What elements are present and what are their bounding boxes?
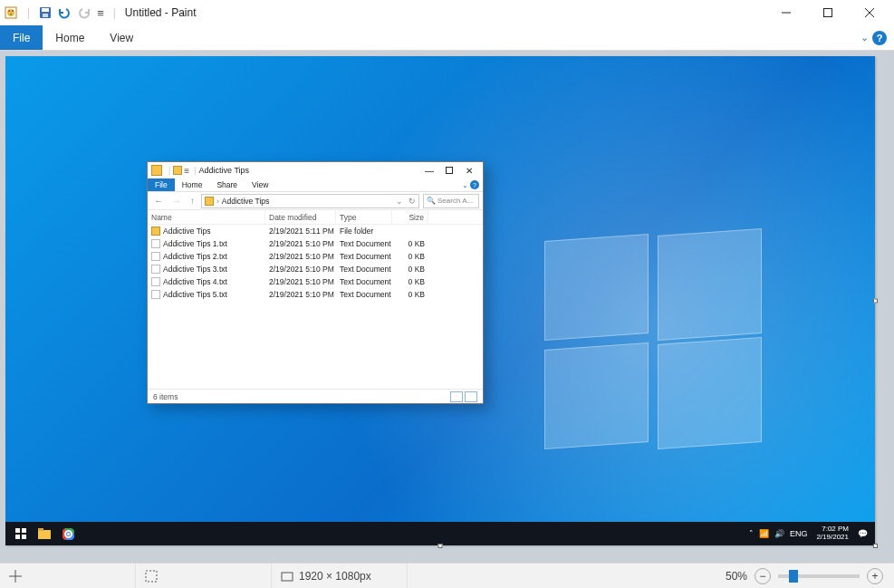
address-field[interactable]: › Addictive Tips ⌄ ↻ [201, 194, 419, 208]
tab-view[interactable]: View [97, 25, 146, 50]
explorer-tab-share[interactable]: Share [209, 178, 245, 191]
file-row[interactable]: Addictive Tips 1.txt2/19/2021 5:10 PMTex… [148, 237, 483, 250]
tray-chevron-icon[interactable]: ˄ [749, 529, 754, 538]
svg-rect-28 [282, 573, 293, 581]
explorer-tab-view[interactable]: View [245, 178, 275, 191]
explorer-maximize-button[interactable] [439, 163, 459, 178]
search-input[interactable]: 🔍 Search A... [423, 194, 479, 208]
breadcrumb[interactable]: Addictive Tips [222, 197, 269, 206]
column-name[interactable]: Name [148, 210, 265, 224]
text-file-icon [151, 239, 160, 248]
svg-rect-15 [15, 535, 20, 539]
canvas-resize-handle[interactable] [438, 544, 443, 548]
column-size[interactable]: Size [392, 210, 428, 224]
folder-icon [151, 227, 160, 236]
explorer-titlebar: | ≡ | Addictive Tips — ✕ [148, 162, 483, 178]
qat-separator: | [27, 6, 30, 19]
text-file-icon [151, 277, 160, 286]
forward-button[interactable]: → [169, 196, 184, 206]
qat-separator: | [113, 6, 116, 19]
explorer-columns: Name Date modified Type Size [148, 210, 483, 225]
folder-icon [151, 165, 162, 176]
explorer-body: Addictive Tips2/19/2021 5:11 PMFile fold… [148, 225, 483, 389]
save-icon[interactable] [39, 6, 52, 19]
svg-rect-7 [43, 14, 48, 17]
svg-rect-12 [447, 168, 453, 174]
explorer-close-button[interactable]: ✕ [459, 163, 479, 178]
svg-point-4 [10, 14, 12, 15]
help-icon[interactable]: ? [872, 31, 887, 45]
file-row[interactable]: Addictive Tips 3.txt2/19/2021 5:10 PMTex… [148, 263, 483, 275]
svg-rect-27 [146, 571, 157, 582]
thumbnails-view-icon[interactable] [465, 391, 477, 402]
canvas-size: 1920 × 1080px [272, 564, 408, 588]
tray-language[interactable]: ENG [790, 529, 808, 538]
redo-icon[interactable] [77, 6, 91, 19]
explorer-window: | ≡ | Addictive Tips — ✕ File [147, 161, 484, 404]
zoom-slider[interactable] [778, 574, 860, 578]
maximize-button[interactable] [807, 0, 849, 25]
tray-network-icon[interactable]: 📶 [759, 529, 769, 538]
details-view-icon[interactable] [450, 391, 463, 402]
search-icon: 🔍 [427, 197, 436, 205]
back-button[interactable]: ← [151, 196, 166, 206]
svg-rect-13 [15, 528, 20, 533]
paint-titlebar: | ≡ | Untitled - Paint [0, 0, 894, 25]
file-row[interactable]: Addictive Tips 2.txt2/19/2021 5:10 PMTex… [148, 250, 483, 263]
svg-rect-6 [42, 8, 49, 12]
file-row[interactable]: Addictive Tips 4.txt2/19/2021 5:10 PMTex… [148, 275, 483, 288]
tray-clock[interactable]: 7:02 PM 2/19/2021 [812, 525, 852, 542]
close-button[interactable] [849, 0, 890, 25]
paint-canvas[interactable]: | ≡ | Addictive Tips — ✕ File [5, 56, 875, 545]
item-count: 6 items [153, 392, 178, 401]
tab-home[interactable]: Home [43, 25, 97, 50]
taskbar-explorer-icon[interactable] [33, 522, 56, 545]
canvas-resize-handle[interactable] [873, 299, 878, 304]
undo-icon[interactable] [57, 6, 72, 19]
tray-notifications-icon[interactable]: 💬 [858, 529, 868, 538]
svg-rect-14 [22, 528, 26, 533]
qat-customize-icon[interactable]: ≡ [97, 6, 104, 20]
column-type[interactable]: Type [336, 210, 392, 224]
explorer-tab-file[interactable]: File [148, 178, 175, 191]
explorer-minimize-button[interactable]: — [419, 163, 439, 178]
paint-app-icon [4, 5, 18, 20]
folder-icon [205, 197, 214, 206]
explorer-address-bar: ← → ↑ › Addictive Tips ⌄ ↻ 🔍 [148, 192, 483, 210]
selection-size [136, 564, 272, 588]
tab-file[interactable]: File [0, 25, 43, 50]
chevron-down-icon[interactable]: ⌄ [462, 181, 468, 189]
file-row[interactable]: Addictive Tips2/19/2021 5:11 PMFile fold… [148, 225, 483, 237]
zoom-out-button[interactable]: − [755, 568, 771, 584]
svg-rect-18 [38, 528, 43, 531]
start-button[interactable] [9, 522, 33, 545]
zoom-in-button[interactable]: + [867, 568, 883, 584]
explorer-title: Addictive Tips [199, 166, 250, 175]
svg-point-3 [12, 10, 14, 12]
text-file-icon [151, 265, 160, 274]
taskbar: ˄ 📶 🔊 ENG 7:02 PM 2/19/2021 💬 [5, 522, 875, 545]
tray-volume-icon[interactable]: 🔊 [774, 529, 784, 538]
svg-rect-17 [38, 530, 51, 539]
svg-rect-16 [22, 535, 26, 539]
refresh-icon[interactable]: ↻ [409, 197, 416, 206]
chevron-down-icon[interactable]: ⌄ [396, 197, 403, 206]
windows-logo [544, 237, 762, 446]
help-icon[interactable]: ? [470, 180, 479, 189]
folder-icon [173, 166, 182, 175]
explorer-statusbar: 6 items [148, 389, 483, 403]
paint-workspace: | ≡ | Addictive Tips — ✕ File [0, 51, 894, 563]
canvas-resize-handle[interactable] [873, 544, 878, 548]
up-button[interactable]: ↑ [187, 196, 197, 206]
zoom-level: 50% [726, 570, 747, 583]
file-row[interactable]: Addictive Tips 5.txt2/19/2021 5:10 PMTex… [148, 288, 483, 301]
explorer-tab-home[interactable]: Home [175, 178, 210, 191]
window-title: Untitled - Paint [125, 6, 197, 19]
taskbar-chrome-icon[interactable] [56, 522, 80, 545]
paint-statusbar: 1920 × 1080px 50% − + [0, 563, 894, 588]
paint-ribbon: File Home View ⌄ ? [0, 25, 894, 51]
ribbon-collapse-icon[interactable]: ⌄ [860, 32, 869, 43]
minimize-button[interactable] [765, 0, 807, 25]
qat-customize-icon[interactable]: ≡ [184, 166, 189, 176]
column-date[interactable]: Date modified [265, 210, 336, 224]
